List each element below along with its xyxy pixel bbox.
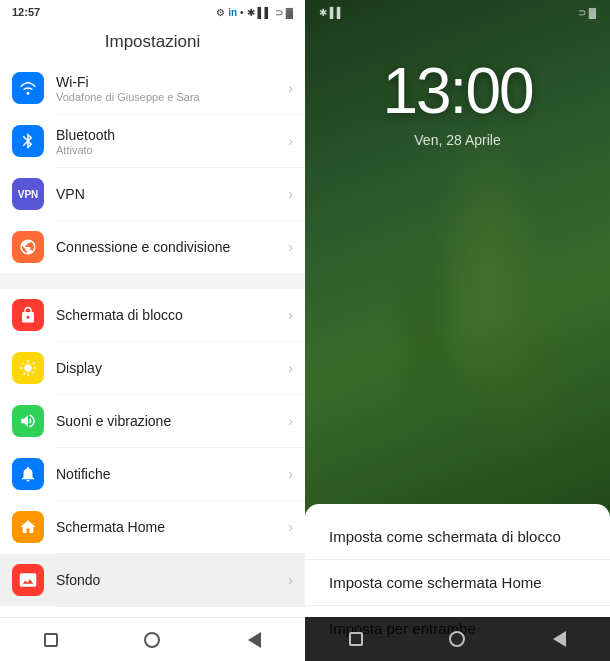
wallpaper-icon — [12, 564, 44, 596]
display-content: Display — [56, 360, 284, 376]
display-label: Display — [56, 360, 284, 376]
settings-item-lockscreen[interactable]: Schermata di blocco › — [0, 289, 305, 341]
bluetooth-label: Bluetooth — [56, 127, 284, 143]
nav-home-button[interactable] — [138, 626, 166, 654]
bluetooth-status-icon: ✱ — [247, 7, 255, 18]
nav-recents-button[interactable] — [37, 626, 65, 654]
connection-arrow: › — [288, 239, 293, 255]
wallpaper-arrow: › — [288, 572, 293, 588]
settings-icon: ⚙ — [216, 7, 225, 18]
connection-icon — [12, 231, 44, 263]
bluetooth-content: Bluetooth Attivato — [56, 127, 284, 156]
right-home-nav-icon — [449, 631, 465, 647]
wifi-arrow: › — [288, 80, 293, 96]
wifi-content: Wi-Fi Vodafone di Giuseppe e Sara — [56, 74, 284, 103]
right-recents-icon — [349, 632, 363, 646]
wallpaper-label: Sfondo — [56, 572, 284, 588]
vpn-icon: VPN — [12, 178, 44, 210]
display-arrow: › — [288, 360, 293, 376]
wifi-subtitle: Vodafone di Giuseppe e Sara — [56, 91, 284, 103]
recents-icon — [44, 633, 58, 647]
lockscreen-icon — [12, 299, 44, 331]
lockscreen-label: Schermata di blocco — [56, 307, 284, 323]
lockscreen-status-bar: ✱ ▌▌ ⊃ ▓ — [305, 0, 610, 24]
sound-content: Suoni e vibrazione — [56, 413, 284, 429]
sound-icon — [12, 405, 44, 437]
battery-icon: ▓ — [286, 7, 293, 18]
vpn-content: VPN — [56, 186, 284, 202]
bluetooth-subtitle: Attivato — [56, 144, 284, 156]
wifi-label: Wi-Fi — [56, 74, 284, 90]
notifications-content: Notifiche — [56, 466, 284, 482]
status-time: 12:57 — [12, 6, 40, 18]
settings-item-display[interactable]: Display › — [0, 342, 305, 394]
lock-status-left: ✱ ▌▌ — [319, 7, 344, 18]
vpn-label: VPN — [56, 186, 284, 202]
display-icon — [12, 352, 44, 384]
signal-bars-icon: ▌▌ — [258, 7, 272, 18]
settings-item-notifications[interactable]: Notifiche › — [0, 448, 305, 500]
home-content: Schermata Home — [56, 519, 284, 535]
page-title: Impostazioni — [0, 24, 305, 62]
home-arrow: › — [288, 519, 293, 535]
settings-item-sound[interactable]: Suoni e vibrazione › — [0, 395, 305, 447]
vpn-arrow: › — [288, 186, 293, 202]
nav-bar — [0, 617, 305, 661]
settings-item-wallpaper[interactable]: Sfondo › — [0, 554, 305, 606]
settings-item-bluetooth[interactable]: Bluetooth Attivato › — [0, 115, 305, 167]
settings-item-vpn[interactable]: VPN VPN › — [0, 168, 305, 220]
lockscreen-content: Schermata di blocco — [56, 307, 284, 323]
lock-date: Ven, 28 Aprile — [414, 132, 500, 148]
lock-status-right: ⊃ ▓ — [578, 7, 596, 18]
lockscreen-panel: ✱ ▌▌ ⊃ ▓ 13:00 Ven, 28 Aprile Imposta co… — [305, 0, 610, 661]
nav-back-button[interactable] — [240, 626, 268, 654]
right-back-icon — [553, 631, 566, 647]
connection-label: Connessione e condivisione — [56, 239, 284, 255]
settings-item-connection[interactable]: Connessione e condivisione › — [0, 221, 305, 273]
home-label: Schermata Home — [56, 519, 284, 535]
home-icon — [12, 511, 44, 543]
sheet-item-home[interactable]: Imposta come schermata Home — [305, 560, 610, 605]
settings-list: Wi-Fi Vodafone di Giuseppe e Sara › Blue… — [0, 62, 305, 617]
status-icons: ⚙ in • ✱ ▌▌ ⊃ ▓ — [216, 7, 293, 18]
home-nav-icon — [144, 632, 160, 648]
settings-panel: 12:57 ⚙ in • ✱ ▌▌ ⊃ ▓ Impostazioni Wi-Fi… — [0, 0, 305, 661]
right-nav-recents-button[interactable] — [342, 625, 370, 653]
right-nav-bar — [305, 617, 610, 661]
wallpaper-content: Sfondo — [56, 572, 284, 588]
right-nav-back-button[interactable] — [545, 625, 573, 653]
notifications-arrow: › — [288, 466, 293, 482]
wifi-status-icon: ⊃ — [275, 7, 283, 18]
lock-clock: 13:00 — [382, 54, 532, 128]
back-icon — [248, 632, 261, 648]
wifi-icon — [12, 72, 44, 104]
notifications-icon — [12, 458, 44, 490]
bluetooth-arrow: › — [288, 133, 293, 149]
connection-content: Connessione e condivisione — [56, 239, 284, 255]
notifications-label: Notifiche — [56, 466, 284, 482]
signal-icon: • — [240, 7, 244, 18]
lockscreen-arrow: › — [288, 307, 293, 323]
linkedin-icon: in — [228, 7, 237, 18]
sound-label: Suoni e vibrazione — [56, 413, 284, 429]
settings-item-themes[interactable]: Temi › — [0, 607, 305, 617]
settings-item-wifi[interactable]: Wi-Fi Vodafone di Giuseppe e Sara › — [0, 62, 305, 114]
sheet-item-blocco[interactable]: Imposta come schermata di blocco — [305, 514, 610, 559]
right-nav-home-button[interactable] — [443, 625, 471, 653]
status-bar: 12:57 ⚙ in • ✱ ▌▌ ⊃ ▓ — [0, 0, 305, 24]
settings-item-home[interactable]: Schermata Home › — [0, 501, 305, 553]
sound-arrow: › — [288, 413, 293, 429]
bluetooth-icon — [12, 125, 44, 157]
